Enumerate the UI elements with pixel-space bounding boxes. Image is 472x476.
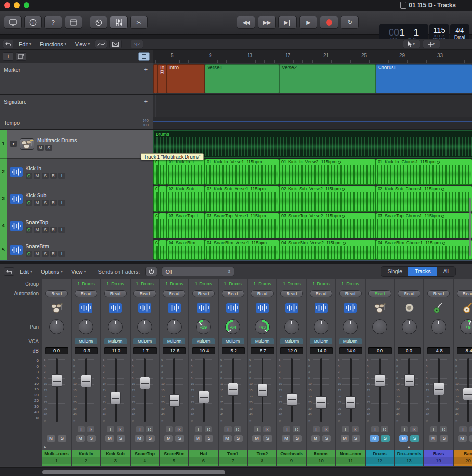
rewind-button[interactable]: ◀◀ xyxy=(237,16,255,29)
volume-value[interactable]: -0.3 xyxy=(75,347,98,354)
record-enable-button[interactable]: R xyxy=(87,426,94,432)
record-enable-button[interactable]: R xyxy=(410,426,418,432)
vca-assignment[interactable]: MulDrm xyxy=(222,338,244,344)
track-m-button[interactable]: M xyxy=(34,173,40,179)
volume-value[interactable]: -4.8 xyxy=(427,347,450,354)
fader-cap[interactable] xyxy=(404,374,415,387)
record-enable-button[interactable]: R xyxy=(440,426,447,432)
audio-region[interactable]: 01_Kick_In_Verse2_115bpm xyxy=(279,159,376,185)
stack-disclosure-icon[interactable]: ▸ xyxy=(44,445,46,449)
track-m-button[interactable]: M xyxy=(34,227,40,233)
tracks-menu-edit[interactable]: Edit▾ xyxy=(15,40,35,49)
volume-fader[interactable]: 6036101520253040∞ xyxy=(395,356,423,425)
track-s-button[interactable]: S xyxy=(45,145,52,151)
audio-region[interactable]: 01_Kick_In_I xyxy=(167,159,205,185)
automation-mode-button[interactable]: Read xyxy=(427,290,450,297)
vca-assignment[interactable]: MulDrm xyxy=(310,338,332,344)
track-r-button[interactable]: R xyxy=(50,200,57,206)
channel-name-cell[interactable]: Kick In2 xyxy=(72,450,100,466)
vca-assignment[interactable]: MulDrm xyxy=(192,338,215,344)
duplicate-track-button[interactable] xyxy=(16,52,26,61)
vca-assignment[interactable]: MulDrm xyxy=(339,338,362,344)
editors-button[interactable]: ✂ xyxy=(130,16,148,29)
record-enable-button[interactable]: R xyxy=(322,426,329,432)
pan-knob[interactable] xyxy=(79,319,93,334)
mute-button[interactable]: M xyxy=(370,435,379,442)
marker-region[interactable]: Chorus1 xyxy=(376,64,472,93)
mixer-menu-edit[interactable]: Edit▾ xyxy=(16,267,36,276)
audio-region[interactable]: 02_Kick_Sub_Verse1_115bpm xyxy=(205,186,279,212)
fader-cap[interactable] xyxy=(257,384,268,397)
mute-button[interactable]: M xyxy=(194,435,202,442)
audio-region[interactable] xyxy=(159,240,167,260)
record-enable-button[interactable]: R xyxy=(146,426,153,432)
audio-region[interactable]: 02 xyxy=(153,186,159,212)
input-monitor-button[interactable]: I xyxy=(283,426,290,432)
record-enable-button[interactable]: R xyxy=(175,426,183,432)
pan-knob[interactable] xyxy=(431,319,446,334)
audio-region[interactable]: 04_SnareBtm_Verse2_115bpm xyxy=(279,240,376,260)
marker-lane-content[interactable]: In FiIntroVerse1Verse2Chorus1 xyxy=(153,63,472,94)
vca-assignment[interactable]: MulDrm xyxy=(163,338,185,344)
volume-fader[interactable]: 6036101520253040∞ xyxy=(219,356,247,425)
sends-mode-dropdown[interactable]: Off ⇕ xyxy=(162,267,234,276)
automation-mode-button[interactable]: Read xyxy=(310,290,332,297)
marker-region[interactable]: Intro xyxy=(167,64,205,93)
volume-value[interactable]: -5.2 xyxy=(222,347,245,354)
mixer-button[interactable] xyxy=(110,16,128,29)
track-r-button[interactable]: R xyxy=(50,227,57,233)
fader-cap[interactable] xyxy=(169,394,180,407)
channel-name-cell[interactable]: Hat6 xyxy=(189,450,218,466)
vca-assignment[interactable]: MulDrm xyxy=(75,338,97,344)
marker-region[interactable] xyxy=(153,64,158,93)
automation-mode-button[interactable]: Read xyxy=(339,290,362,297)
record-enable-button[interactable]: R xyxy=(293,426,300,432)
track-i-button[interactable]: I xyxy=(58,227,65,233)
audio-region[interactable]: 04_SnareBtm_ xyxy=(167,240,205,260)
fader-cap[interactable] xyxy=(52,374,62,387)
track-m-button[interactable]: M xyxy=(34,200,40,206)
record-enable-button[interactable]: R xyxy=(234,426,241,432)
pan-knob[interactable]: -19 xyxy=(196,319,211,334)
mute-button[interactable]: M xyxy=(282,435,290,442)
volume-value[interactable]: -8.4 xyxy=(457,347,472,354)
audio-region[interactable]: 02_Kick_Sub_Verse2_115bpm xyxy=(279,186,376,212)
audio-region[interactable]: 03_SnareTop_Chorus1_115bpm xyxy=(376,213,472,238)
track-q-button[interactable]: Q xyxy=(26,173,32,179)
channel-name-cell[interactable]: Tom28 xyxy=(248,450,276,466)
marker-region[interactable]: In Fi xyxy=(158,64,167,93)
automation-mode-button[interactable]: Read xyxy=(192,290,215,297)
group-slot[interactable]: 1: Drums xyxy=(160,279,188,288)
track-i-button[interactable]: I xyxy=(58,251,65,257)
channel-name-cell[interactable]: Rooms10 xyxy=(307,450,335,466)
volume-value[interactable]: 0.0 xyxy=(368,347,392,354)
channel-name-cell[interactable]: Mon...oom11 xyxy=(336,450,365,466)
group-slot[interactable]: 1: Drums xyxy=(131,279,159,288)
channel-name-cell[interactable]: Overheads9 xyxy=(277,450,306,466)
channel-name-cell[interactable]: Tom17 xyxy=(219,450,247,466)
fader-cap[interactable] xyxy=(140,377,150,389)
record-enable-button[interactable]: R xyxy=(381,426,388,432)
audio-region[interactable]: 04_SnareBtm_Verse1_115bpm xyxy=(205,240,279,260)
group-slot[interactable]: 1: Drums xyxy=(219,279,247,288)
volume-fader[interactable]: 6036101520253040∞ xyxy=(424,356,453,425)
inspector-button[interactable]: i xyxy=(24,16,42,29)
audio-region[interactable]: 03 xyxy=(153,213,159,238)
volume-fader[interactable]: 6036101520253040∞ xyxy=(160,356,188,425)
scroll-arrow-icon[interactable]: ▲ xyxy=(407,445,411,449)
fader-cap[interactable] xyxy=(110,392,121,404)
group-slot[interactable]: 1: Drums xyxy=(277,279,306,288)
record-enable-button[interactable]: R xyxy=(352,426,359,432)
input-monitor-button[interactable]: I xyxy=(224,426,232,432)
automation-mode-button[interactable]: Read xyxy=(222,290,244,297)
tracks-menu-view[interactable]: View▾ xyxy=(72,40,93,49)
group-slot[interactable] xyxy=(424,279,453,288)
fader-cap[interactable] xyxy=(287,393,297,406)
solo-button[interactable]: S xyxy=(352,435,360,442)
fader-cap[interactable] xyxy=(81,375,92,387)
library-button[interactable] xyxy=(4,16,22,29)
fader-cap[interactable] xyxy=(198,391,209,403)
volume-value[interactable]: -12.0 xyxy=(280,347,303,354)
marker-region[interactable]: Verse1 xyxy=(205,64,279,93)
group-slot[interactable]: 1: Drums xyxy=(189,279,218,288)
